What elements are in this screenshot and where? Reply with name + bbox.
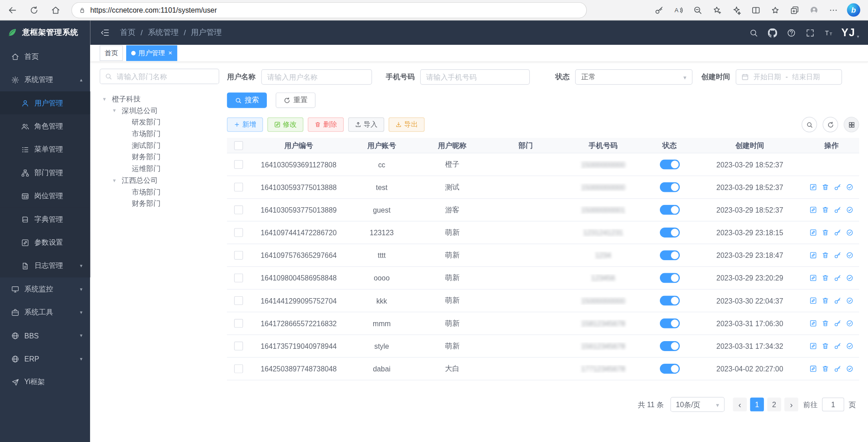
- fullscreen-icon[interactable]: [805, 28, 815, 38]
- breadcrumb-item[interactable]: 用户管理: [191, 28, 222, 38]
- tree-node[interactable]: 财务部门: [100, 151, 219, 163]
- caret-icon[interactable]: ▾: [103, 96, 112, 102]
- edit-button[interactable]: 修改: [267, 117, 304, 132]
- tree-node[interactable]: 财务部门: [100, 198, 219, 209]
- assign-role-check-icon[interactable]: [846, 252, 854, 259]
- sidebar-item[interactable]: 首页: [0, 45, 90, 68]
- edit-icon[interactable]: [809, 228, 817, 236]
- delete-icon[interactable]: [821, 297, 829, 304]
- select-all-checkbox[interactable]: [234, 141, 243, 150]
- back-icon[interactable]: [8, 5, 17, 15]
- more-icon[interactable]: [829, 5, 838, 15]
- profile-icon[interactable]: [809, 5, 819, 15]
- next-page-button[interactable]: ›: [784, 398, 798, 412]
- fontsize-icon[interactable]: [824, 28, 834, 38]
- username-input[interactable]: [261, 69, 372, 85]
- status-toggle[interactable]: [659, 228, 679, 238]
- search-button[interactable]: 搜索: [227, 92, 267, 108]
- sidebar-item[interactable]: 系统监控 ▾: [0, 277, 90, 300]
- caret-icon[interactable]: ▾: [113, 177, 122, 183]
- dept-search-input[interactable]: [100, 69, 219, 84]
- sidebar-item[interactable]: 角色管理: [0, 114, 90, 138]
- edit-icon[interactable]: [809, 183, 817, 191]
- page-number-button[interactable]: 2: [767, 398, 781, 412]
- sidebar-toggle-icon[interactable]: [100, 28, 110, 38]
- assign-role-check-icon[interactable]: [846, 274, 854, 282]
- sidebar-item[interactable]: Yi框架: [0, 371, 90, 394]
- delete-icon[interactable]: [821, 365, 829, 373]
- view-tab[interactable]: 用户管理 ×: [126, 45, 177, 61]
- delete-icon[interactable]: [821, 319, 829, 327]
- row-checkbox[interactable]: [234, 228, 243, 237]
- github-icon[interactable]: [768, 28, 777, 38]
- tree-node[interactable]: ▾ 江西总公司: [100, 175, 219, 186]
- favorites-icon[interactable]: [771, 5, 780, 15]
- add-button[interactable]: 新增: [227, 117, 263, 132]
- bing-assistant-icon[interactable]: b: [847, 3, 860, 16]
- question-icon[interactable]: [787, 28, 796, 38]
- assign-role-check-icon[interactable]: [846, 342, 854, 350]
- split-screen-icon[interactable]: [751, 5, 761, 15]
- edit-icon[interactable]: [809, 365, 817, 373]
- edit-icon[interactable]: [809, 252, 817, 259]
- zoom-out-icon[interactable]: [693, 5, 702, 15]
- tree-node[interactable]: ▾ 深圳总公司: [100, 105, 219, 116]
- columns-toggle-button[interactable]: [844, 117, 859, 132]
- reset-button[interactable]: 重置: [275, 92, 315, 108]
- breadcrumb-item[interactable]: 系统管理: [148, 28, 179, 38]
- date-range-picker[interactable]: 开始日期 - 结束日期: [735, 69, 842, 85]
- page-number-button[interactable]: 1: [750, 398, 764, 412]
- essentials-icon[interactable]: [732, 5, 741, 15]
- prev-page-button[interactable]: ‹: [733, 398, 747, 412]
- delete-icon[interactable]: [821, 183, 829, 191]
- status-toggle[interactable]: [659, 318, 679, 328]
- assign-role-check-icon[interactable]: [846, 365, 854, 373]
- reset-password-key-icon[interactable]: [834, 183, 841, 191]
- delete-icon[interactable]: [821, 252, 829, 259]
- row-checkbox[interactable]: [234, 251, 243, 260]
- key-icon[interactable]: [655, 5, 664, 15]
- edit-icon[interactable]: [809, 297, 817, 304]
- sidebar-item[interactable]: BBS ▾: [0, 324, 90, 347]
- edit-icon[interactable]: [809, 206, 817, 214]
- status-toggle[interactable]: [659, 364, 679, 374]
- reset-password-key-icon[interactable]: [834, 228, 841, 236]
- import-button[interactable]: 导入: [348, 117, 384, 132]
- star-plus-icon[interactable]: [712, 5, 722, 15]
- page-size-select[interactable]: 10条/页: [670, 397, 725, 412]
- row-checkbox[interactable]: [234, 364, 243, 373]
- tree-node[interactable]: 运维部门: [100, 163, 219, 175]
- delete-icon[interactable]: [821, 274, 829, 282]
- tree-node[interactable]: 市场部门: [100, 128, 219, 140]
- assign-role-check-icon[interactable]: [846, 228, 854, 236]
- edit-icon[interactable]: [809, 274, 817, 282]
- reset-password-key-icon[interactable]: [834, 274, 841, 282]
- edit-icon[interactable]: [809, 342, 817, 350]
- search-icon[interactable]: [749, 28, 759, 38]
- delete-icon[interactable]: [821, 342, 829, 350]
- reset-password-key-icon[interactable]: [834, 252, 841, 259]
- status-toggle[interactable]: [659, 296, 679, 306]
- reset-password-key-icon[interactable]: [834, 206, 841, 214]
- sidebar-item[interactable]: 岗位管理: [0, 185, 90, 208]
- view-tab[interactable]: 首页: [100, 45, 123, 61]
- tree-node[interactable]: ▾ 橙子科技: [100, 93, 219, 105]
- sidebar-item[interactable]: 菜单管理: [0, 138, 90, 161]
- reset-password-key-icon[interactable]: [834, 297, 841, 304]
- sidebar-item[interactable]: ERP ▾: [0, 347, 90, 370]
- status-toggle[interactable]: [659, 273, 679, 283]
- sidebar-item[interactable]: 系统工具 ▾: [0, 301, 90, 324]
- reset-password-key-icon[interactable]: [834, 365, 841, 373]
- row-checkbox[interactable]: [234, 274, 243, 283]
- tree-node[interactable]: 市场部门: [100, 186, 219, 198]
- row-checkbox[interactable]: [234, 160, 243, 169]
- url-text[interactable]: https://ccnetcore.com:1101/system/user: [90, 6, 217, 14]
- collections-icon[interactable]: [790, 5, 799, 15]
- delete-icon[interactable]: [821, 228, 829, 236]
- assign-role-check-icon[interactable]: [846, 319, 854, 327]
- tree-node[interactable]: 研发部门: [100, 116, 219, 128]
- breadcrumb-item[interactable]: 首页: [120, 28, 136, 38]
- refresh-icon[interactable]: [29, 5, 39, 15]
- phone-input[interactable]: [420, 69, 530, 85]
- export-button[interactable]: 导出: [389, 117, 425, 132]
